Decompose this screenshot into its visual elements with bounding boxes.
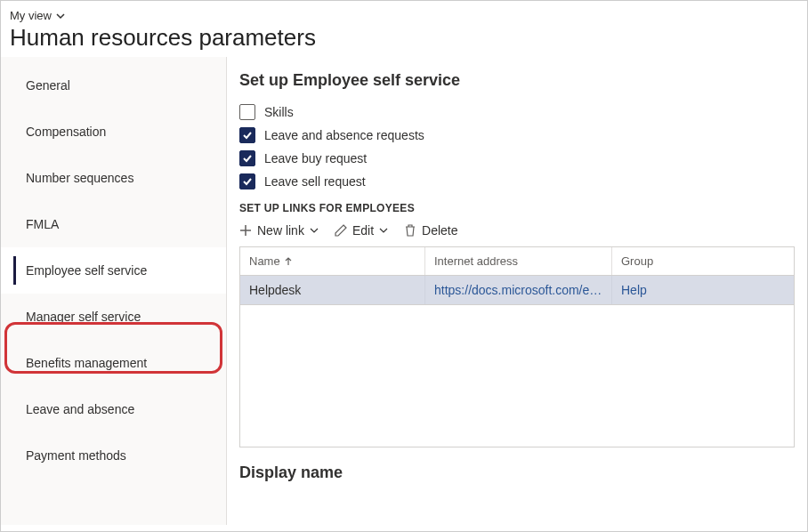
main-panel: Set up Employee self service Skills Leav… (227, 57, 807, 525)
checkbox-leave-sell-request[interactable]: Leave sell request (239, 173, 795, 189)
checkbox-label: Leave buy request (264, 151, 367, 165)
cell-internet-address[interactable]: https://docs.microsoft.com/en-u... (425, 276, 612, 304)
check-icon (242, 130, 253, 141)
column-header-name[interactable]: Name (240, 247, 425, 275)
checkbox-skills[interactable]: Skills (239, 104, 795, 120)
column-header-group[interactable]: Group (612, 247, 794, 275)
sidebar-item-label: Leave and absence (26, 402, 134, 416)
sidebar-item-label: Payment methods (26, 448, 126, 463)
pencil-icon (335, 224, 347, 237)
plus-icon (239, 224, 252, 237)
sidebar-item-number-sequences[interactable]: Number sequences (1, 155, 226, 201)
column-label: Name (249, 254, 280, 268)
sidebar-item-label: Manager self service (26, 310, 141, 324)
page-title: Human resources parameters (10, 24, 798, 52)
table-empty-area (239, 305, 795, 447)
button-label: Delete (422, 223, 457, 238)
sidebar: General Compensation Number sequences FM… (1, 57, 227, 525)
links-table: Name Internet address Group Helpdesk htt… (239, 246, 795, 305)
chevron-down-icon (379, 226, 388, 235)
sort-asc-icon (284, 257, 293, 266)
cell-group[interactable]: Help (612, 276, 794, 304)
sidebar-item-employee-self-service[interactable]: Employee self service (1, 247, 226, 294)
checkbox-box (239, 127, 255, 143)
chevron-down-icon (310, 226, 319, 235)
display-name-section-title: Display name (239, 463, 795, 482)
checkbox-leave-absence-requests[interactable]: Leave and absence requests (239, 127, 795, 143)
chevron-down-icon (55, 11, 66, 21)
button-label: New link (257, 223, 304, 238)
sidebar-item-payment-methods[interactable]: Payment methods (1, 432, 226, 479)
sidebar-item-general[interactable]: General (1, 62, 226, 109)
check-icon (242, 176, 253, 187)
view-selector-label: My view (10, 9, 52, 22)
sidebar-item-label: Benefits management (26, 356, 147, 370)
sidebar-item-label: General (26, 78, 70, 93)
new-link-button[interactable]: New link (239, 223, 319, 238)
checkbox-box (239, 104, 255, 120)
checkbox-leave-buy-request[interactable]: Leave buy request (239, 150, 795, 166)
checkbox-label: Leave sell request (264, 174, 366, 189)
cell-name: Helpdesk (240, 276, 425, 304)
checkbox-label: Skills (264, 105, 294, 119)
sidebar-item-fmla[interactable]: FMLA (1, 201, 226, 247)
sidebar-item-label: Compensation (26, 125, 106, 139)
table-row[interactable]: Helpdesk https://docs.microsoft.com/en-u… (240, 276, 794, 305)
view-selector[interactable]: My view (10, 9, 66, 22)
sidebar-item-benefits-management[interactable]: Benefits management (1, 340, 226, 386)
table-header: Name Internet address Group (240, 247, 794, 276)
column-label: Internet address (434, 254, 518, 268)
column-label: Group (621, 254, 653, 268)
checkbox-box (239, 150, 255, 166)
sidebar-item-label: Number sequences (26, 171, 133, 185)
button-label: Edit (352, 223, 374, 238)
check-icon (242, 153, 253, 164)
sidebar-item-label: FMLA (26, 217, 59, 231)
checkbox-box (239, 173, 255, 189)
delete-button[interactable]: Delete (404, 223, 457, 238)
links-section-label: SET UP LINKS FOR EMPLOYEES (239, 202, 795, 214)
column-header-internet-address[interactable]: Internet address (425, 247, 612, 275)
sidebar-item-manager-self-service[interactable]: Manager self service (1, 294, 226, 340)
sidebar-item-compensation[interactable]: Compensation (1, 109, 226, 155)
links-toolbar: New link Edit Delete (239, 223, 795, 238)
sidebar-item-leave-and-absence[interactable]: Leave and absence (1, 386, 226, 432)
edit-button[interactable]: Edit (335, 223, 388, 238)
sidebar-item-label: Employee self service (26, 263, 147, 278)
section-title: Set up Employee self service (239, 71, 795, 90)
checkbox-label: Leave and absence requests (264, 128, 424, 142)
trash-icon (404, 224, 416, 237)
